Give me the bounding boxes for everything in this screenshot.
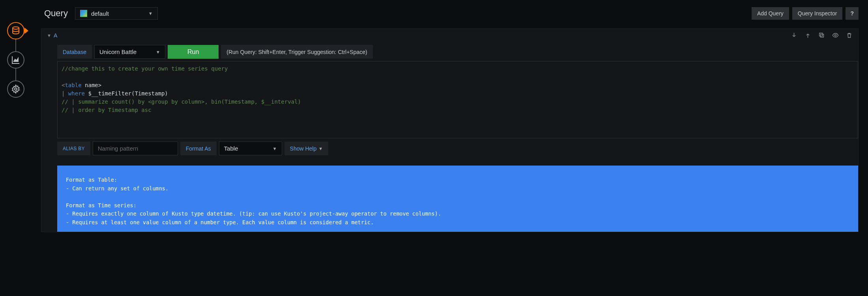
- show-help-toggle[interactable]: Show Help ▼: [284, 141, 329, 155]
- help-button[interactable]: ?: [846, 7, 859, 20]
- help-panel: Format as Table: - Can return any set of…: [57, 166, 858, 232]
- gear-icon: [11, 84, 21, 94]
- format-as-label: Format As: [180, 141, 217, 155]
- alias-by-label: ALIAS BY: [57, 141, 90, 155]
- svg-point-4: [834, 34, 836, 36]
- query-ref-id: A: [54, 32, 57, 39]
- datasource-selected: default: [91, 10, 109, 17]
- query-code-editor[interactable]: //change this to create your own time se…: [57, 61, 858, 138]
- eye-icon: [832, 32, 839, 39]
- trash-icon: [846, 32, 853, 39]
- svg-point-1: [15, 88, 17, 90]
- toggle-visibility-button[interactable]: [832, 32, 839, 39]
- svg-rect-2: [821, 34, 824, 37]
- format-as-selected: Table: [224, 145, 238, 152]
- query-inspector-button[interactable]: Query Inspector: [792, 7, 843, 20]
- database-select[interactable]: Unicorn Battle ▼: [94, 45, 165, 59]
- datasource-select[interactable]: default ▼: [75, 7, 158, 20]
- arrow-up-icon: [804, 32, 811, 39]
- query-row: ▼ A Database Unicorn Battle ▼ Run: [41, 28, 859, 232]
- svg-rect-3: [819, 33, 823, 36]
- step-settings[interactable]: [7, 80, 24, 98]
- top-bar: Query default ▼ Add Query Query Inspecto…: [41, 4, 859, 28]
- run-hint: (Run Query: Shift+Enter, Trigger Suggest…: [221, 45, 372, 59]
- collapse-icon: ▼: [47, 33, 51, 38]
- caret-down-icon: ▼: [156, 50, 160, 54]
- database-selected: Unicorn Battle: [99, 48, 137, 55]
- caret-down-icon: ▼: [318, 146, 323, 151]
- svg-point-0: [13, 27, 19, 29]
- alias-by-input[interactable]: [93, 141, 178, 155]
- move-up-button[interactable]: [804, 32, 811, 39]
- database-icon: [11, 26, 21, 35]
- run-button[interactable]: Run: [168, 45, 219, 59]
- copy-icon: [818, 32, 825, 39]
- move-down-button[interactable]: [791, 32, 797, 39]
- step-visualization[interactable]: [7, 51, 24, 69]
- database-label: Database: [57, 45, 92, 59]
- page-title: Query: [44, 8, 68, 19]
- delete-button[interactable]: [846, 32, 853, 39]
- chart-icon: [11, 55, 21, 65]
- step-datasource[interactable]: [7, 22, 24, 39]
- query-row-toggle[interactable]: ▼ A: [47, 32, 57, 39]
- duplicate-button[interactable]: [818, 32, 825, 39]
- datasource-logo-icon: [80, 10, 87, 17]
- arrow-down-icon: [791, 32, 797, 39]
- format-as-select[interactable]: Table ▼: [219, 141, 282, 155]
- add-query-button[interactable]: Add Query: [752, 7, 789, 20]
- caret-down-icon: ▼: [273, 146, 277, 151]
- caret-down-icon: ▼: [148, 11, 153, 16]
- editor-stepper: [0, 0, 32, 296]
